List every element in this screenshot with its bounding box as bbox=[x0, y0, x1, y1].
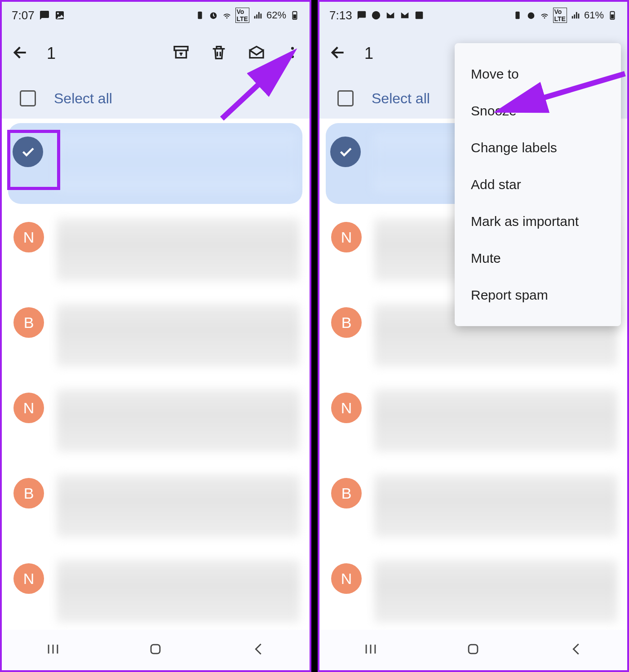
svg-point-18 bbox=[527, 13, 534, 19]
delete-button[interactable] bbox=[210, 44, 228, 63]
battery-icon bbox=[607, 10, 617, 20]
email-content-blurred bbox=[57, 389, 300, 452]
alarm-icon bbox=[526, 10, 536, 20]
phone-left: 7:07 VoLTE 62% 1 bbox=[0, 0, 311, 672]
battery-percent: 62% bbox=[266, 9, 286, 21]
wifi-icon bbox=[540, 10, 549, 20]
back-button[interactable] bbox=[12, 44, 31, 63]
nav-back[interactable] bbox=[251, 641, 266, 659]
battery-percent: 61% bbox=[584, 9, 604, 21]
select-all-label: Select all bbox=[372, 90, 430, 107]
gmail-icon bbox=[400, 10, 410, 20]
email-content-blurred bbox=[57, 218, 300, 281]
signal-icon bbox=[253, 10, 263, 20]
archive-button[interactable] bbox=[172, 44, 190, 63]
avatar[interactable]: B bbox=[13, 307, 44, 338]
email-content-blurred bbox=[374, 560, 617, 623]
email-row[interactable]: N bbox=[2, 550, 310, 635]
whatsapp-icon bbox=[371, 10, 381, 20]
volte-icon: VoLTE bbox=[235, 8, 249, 23]
nav-bar bbox=[2, 630, 310, 670]
nav-home[interactable] bbox=[465, 641, 481, 659]
nav-recent[interactable] bbox=[45, 641, 61, 659]
svg-rect-6 bbox=[174, 47, 188, 50]
email-content-blurred bbox=[57, 304, 300, 367]
nav-home[interactable] bbox=[148, 641, 163, 659]
nav-bar bbox=[319, 630, 627, 670]
selection-count: 1 bbox=[354, 44, 381, 63]
avatar[interactable]: B bbox=[331, 307, 362, 338]
email-row[interactable]: B bbox=[319, 464, 627, 550]
svg-point-15 bbox=[372, 11, 380, 19]
menu-mute[interactable]: Mute bbox=[455, 240, 621, 277]
svg-point-8 bbox=[291, 51, 294, 54]
alarm-icon bbox=[208, 10, 218, 20]
status-time: 7:07 bbox=[12, 9, 35, 22]
select-all-row[interactable]: Select all bbox=[2, 78, 310, 119]
email-content-blurred bbox=[56, 133, 298, 191]
nav-recent[interactable] bbox=[363, 641, 378, 659]
status-time: 7:13 bbox=[329, 9, 352, 22]
menu-mark-important[interactable]: Mark as important bbox=[455, 203, 621, 240]
gmail-icon bbox=[385, 10, 395, 20]
selected-avatar[interactable] bbox=[330, 137, 361, 167]
status-bar: 7:13 VoLTE 61% bbox=[319, 2, 627, 29]
svg-rect-25 bbox=[469, 645, 478, 654]
wifi-icon bbox=[222, 10, 232, 20]
mark-unread-button[interactable] bbox=[248, 44, 266, 63]
svg-point-7 bbox=[291, 47, 294, 50]
avatar[interactable]: N bbox=[331, 222, 362, 252]
battery-saver-icon bbox=[195, 10, 205, 20]
email-row[interactable]: N bbox=[319, 550, 627, 635]
select-all-checkbox[interactable] bbox=[337, 90, 354, 106]
svg-rect-5 bbox=[293, 14, 296, 18]
svg-rect-14 bbox=[151, 645, 160, 654]
battery-icon bbox=[290, 10, 300, 20]
avatar[interactable]: N bbox=[331, 393, 362, 423]
avatar[interactable]: N bbox=[13, 563, 44, 594]
selected-avatar[interactable] bbox=[13, 137, 43, 167]
avatar[interactable]: N bbox=[13, 393, 44, 423]
email-row[interactable]: N bbox=[2, 208, 310, 294]
email-row[interactable]: N bbox=[319, 379, 627, 464]
svg-rect-2 bbox=[198, 12, 202, 19]
menu-report-spam[interactable]: Report spam bbox=[455, 277, 621, 314]
email-content-blurred bbox=[57, 560, 300, 623]
menu-add-star[interactable]: Add star bbox=[455, 166, 621, 203]
email-row[interactable]: B bbox=[2, 464, 310, 550]
status-bar: 7:07 VoLTE 62% bbox=[2, 2, 310, 29]
avatar[interactable]: N bbox=[331, 563, 362, 594]
svg-point-1 bbox=[57, 13, 59, 14]
email-row[interactable]: B bbox=[2, 294, 310, 379]
email-content-blurred bbox=[57, 474, 300, 537]
email-list: N B N B N bbox=[2, 123, 310, 635]
image-icon bbox=[54, 10, 65, 21]
select-all-checkbox[interactable] bbox=[20, 90, 36, 106]
select-all-label: Select all bbox=[54, 90, 112, 107]
chat-icon bbox=[39, 10, 50, 21]
email-row[interactable]: N bbox=[2, 379, 310, 464]
signal-icon bbox=[571, 10, 580, 20]
email-row-selected[interactable] bbox=[8, 123, 302, 204]
app-bar: 1 bbox=[2, 29, 310, 78]
menu-snooze[interactable]: Snooze bbox=[455, 93, 621, 129]
avatar[interactable]: B bbox=[331, 478, 362, 508]
nav-back[interactable] bbox=[568, 641, 584, 659]
menu-move-to[interactable]: Move to bbox=[455, 56, 621, 93]
overflow-menu: Move to Snooze Change labels Add star Ma… bbox=[455, 43, 621, 326]
email-content-blurred bbox=[374, 389, 617, 452]
back-button[interactable] bbox=[329, 44, 349, 63]
overflow-button[interactable] bbox=[285, 44, 300, 63]
phone-right: 7:13 VoLTE 61% 1 bbox=[318, 0, 629, 672]
avatar[interactable]: N bbox=[13, 222, 44, 252]
avatar[interactable]: B bbox=[13, 478, 44, 508]
svg-rect-16 bbox=[415, 12, 423, 19]
selection-count: 1 bbox=[36, 44, 63, 63]
svg-rect-20 bbox=[611, 14, 614, 18]
image-divider bbox=[311, 0, 318, 672]
svg-rect-17 bbox=[515, 12, 519, 19]
menu-change-labels[interactable]: Change labels bbox=[455, 129, 621, 166]
volte-icon: VoLTE bbox=[553, 8, 567, 23]
svg-point-9 bbox=[291, 55, 294, 58]
email-content-blurred bbox=[374, 474, 617, 537]
